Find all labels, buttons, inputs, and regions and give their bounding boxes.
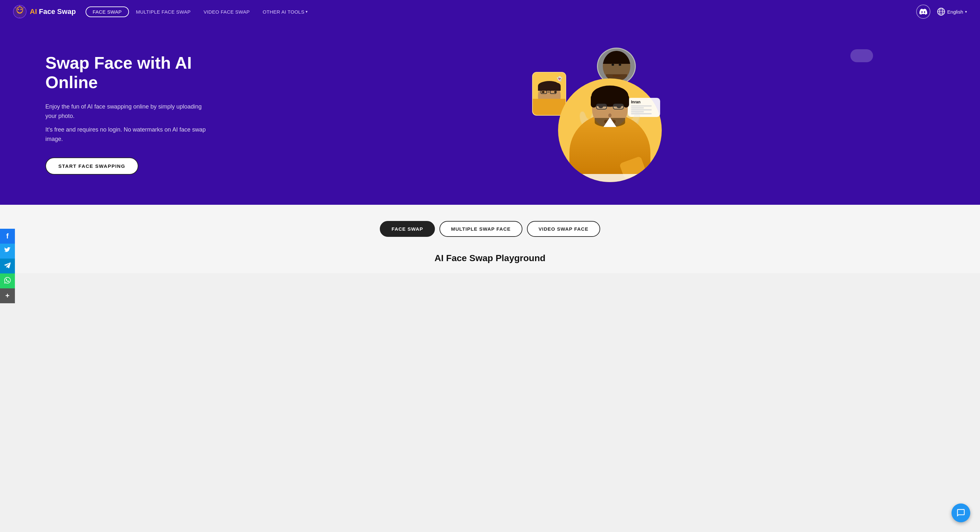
nav-other-ai-tools[interactable]: OTHER AI TOOLS ▾ — [257, 6, 314, 17]
facebook-share-button[interactable]: f — [0, 229, 15, 244]
dark-face-illustration — [603, 51, 630, 82]
snap-ghost-mini: 👻 — [557, 76, 562, 81]
brand-ai-text: AI — [30, 8, 37, 16]
logo-icon — [13, 5, 27, 19]
glasses-bridge — [548, 92, 549, 92]
svg-point-2 — [18, 9, 19, 10]
hair-shape — [603, 51, 630, 64]
sideburn-right — [623, 95, 629, 108]
tab-face-swap[interactable]: FACE SWAP — [380, 221, 434, 237]
nose-display — [608, 113, 611, 117]
desk-surface — [573, 174, 647, 182]
language-label: English — [947, 9, 963, 14]
svg-point-3 — [21, 9, 22, 10]
telegram-icon — [4, 262, 11, 270]
hero-desc-1: Enjoy the fun of AI face swapping online… — [45, 102, 214, 121]
nav-multiple-face-swap[interactable]: MULTIPLE FACE SWAP — [130, 6, 197, 17]
tab-video-swap-face[interactable]: VIDEO SWAP FACE — [527, 221, 600, 237]
brand-name: AI Face Swap — [30, 8, 76, 16]
lower-section: FACE SWAP MULTIPLE SWAP FACE VIDEO SWAP … — [0, 205, 980, 273]
hero-content: Swap Face with AI Online Enjoy the fun o… — [45, 54, 240, 175]
tab-group: FACE SWAP MULTIPLE SWAP FACE VIDEO SWAP … — [380, 221, 600, 237]
telegram-share-button[interactable] — [0, 259, 15, 273]
main-circle-display: 👻 — [558, 78, 662, 182]
hero-desc-2: It's free and requires no login. No wate… — [45, 125, 214, 144]
glasses-display — [596, 104, 624, 110]
nav-video-face-swap[interactable]: VIDEO FACE SWAP — [198, 6, 255, 17]
hero-visual: ➨ 👻 — [240, 46, 954, 182]
globe-icon — [937, 8, 945, 16]
discord-icon — [920, 9, 927, 14]
glasses-br — [608, 106, 611, 107]
discord-button[interactable] — [916, 5, 931, 19]
snap-badge: 👻 — [555, 74, 564, 83]
brand-rest-text: Face Swap — [37, 8, 76, 16]
twitter-share-button[interactable] — [0, 244, 15, 259]
social-sidebar: f + — [0, 229, 15, 273]
person-display — [558, 78, 662, 182]
hero-section: Swap Face with AI Online Enjoy the fun o… — [0, 23, 980, 205]
shirt-body — [570, 114, 651, 182]
navbar: AI Face Swap FACE SWAP MULTIPLE FACE SWA… — [0, 0, 980, 23]
tab-multiple-swap-face[interactable]: MULTIPLE SWAP FACE — [439, 221, 522, 237]
brand-logo[interactable]: AI Face Swap — [13, 5, 76, 19]
nav-face-swap[interactable]: FACE SWAP — [86, 6, 129, 17]
hero-title: Swap Face with AI Online — [45, 54, 240, 92]
glasses-r — [613, 104, 624, 110]
language-chevron-icon: ▾ — [965, 10, 967, 14]
hero-illustration: ➨ 👻 — [532, 46, 662, 182]
left-eye — [611, 64, 614, 66]
nav-links: FACE SWAP MULTIPLE FACE SWAP VIDEO FACE … — [86, 6, 916, 17]
twitter-icon — [4, 247, 11, 255]
eyes-shape — [611, 64, 621, 66]
facebook-icon: f — [6, 232, 8, 240]
start-face-swapping-button[interactable]: START FACE SWAPPING — [45, 157, 138, 175]
language-selector[interactable]: English ▾ — [937, 8, 967, 16]
glasses-l — [596, 104, 607, 110]
chevron-down-icon: ▾ — [305, 10, 307, 14]
nav-right: English ▾ — [916, 5, 967, 19]
section-title: AI Face Swap Playground — [434, 253, 546, 264]
right-eye — [619, 64, 621, 66]
